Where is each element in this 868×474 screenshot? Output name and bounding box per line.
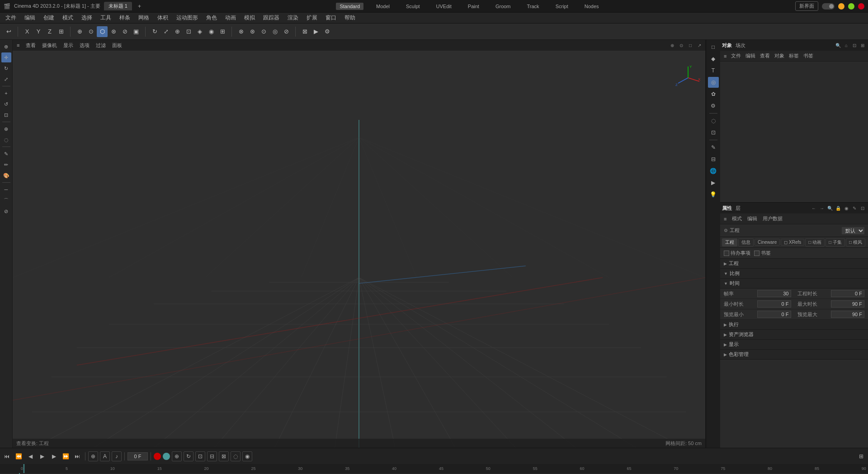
tl-extra-btn-4[interactable]: ⊟ [207,451,217,461]
left-tool-9[interactable]: ◌ [1,135,11,145]
mode-btn-3[interactable]: ⊕ [172,26,183,37]
op-link-icon[interactable]: ⊡ [851,42,858,49]
ri-btn-circle[interactable]: ◎ [708,77,719,88]
snap-btn-4[interactable]: ◎ [269,26,280,37]
viewport-filter-menu[interactable]: 过滤 [94,42,108,49]
bookmark-checkbox[interactable] [754,251,760,256]
tl-mode-btn-3[interactable]: ♪ [112,451,122,461]
menu-item-工具[interactable]: 工具 [97,13,115,23]
ri-btn-render[interactable]: ▶ [708,177,719,188]
tl-expand-btn[interactable]: ⊞ [856,451,866,461]
apt-edit[interactable]: 编辑 [745,215,759,223]
tl-next-key[interactable]: ⏩ [61,451,71,461]
active-tab[interactable]: 未标题 1 [104,2,132,10]
attr-check-bookmark[interactable]: 书签 [754,250,771,256]
attr-tab-animation[interactable]: □ 动画 [805,238,825,246]
viewport-options-menu[interactable]: 选项 [77,42,92,49]
tl-record-btn[interactable] [154,453,161,460]
vp-ctrl-1[interactable]: ⊕ [668,41,676,49]
add-tab-button[interactable]: + [136,3,143,9]
view-toggle[interactable] [822,3,835,9]
left-tool-10[interactable]: ✎ [1,149,11,159]
left-tool-14[interactable]: ⌒ [1,195,11,205]
opt-file[interactable]: 文件 [729,52,743,60]
axis-x-button[interactable]: X [22,26,33,37]
ri-btn-text[interactable]: T [708,65,719,76]
attr-tab-subset[interactable]: □ 子集 [826,238,845,246]
viewport-camera-menu[interactable]: 摄像机 [40,42,59,49]
vp-ctrl-3[interactable]: □ [686,41,694,49]
opt-bookmark[interactable]: 书签 [802,52,815,60]
workspace-btn-nodes[interactable]: Nodes [581,3,603,10]
left-tool-scale[interactable]: ⤢ [1,74,11,84]
attr-expand-icon[interactable]: ⊡ [859,204,866,212]
render-btn-2[interactable]: ▶ [311,26,321,37]
attr-tab-cineware[interactable]: Cineware [755,239,780,246]
apt-userdata[interactable]: 用户数据 [761,215,784,223]
ri-btn-object[interactable]: □ [708,42,719,52]
axis-y-button[interactable]: Y [33,26,44,37]
attr-section-asset-header[interactable]: ▶ 资产浏览器 [720,330,868,340]
viewport-menu-icon[interactable]: ≡ [14,42,22,48]
ri-btn-globe[interactable]: 🌐 [708,166,719,176]
attr-project-select[interactable]: 默认 [842,227,864,234]
op-expand-icon[interactable]: ⊞ [859,42,866,49]
maximize-button[interactable] [848,3,854,9]
op-house-icon[interactable]: ⌂ [843,42,850,49]
opt-object[interactable]: 对象 [773,52,786,60]
menu-item-网格[interactable]: 网格 [135,13,153,23]
framerate-value[interactable] [757,290,791,297]
preview-min-value[interactable] [757,311,791,318]
tl-current-frame[interactable] [127,452,148,460]
attr-nav-next[interactable]: → [818,204,826,212]
workspace-btn-track[interactable]: Track [524,3,543,10]
attr-search-icon[interactable]: 🔍 [826,204,834,212]
snap-btn-1[interactable]: ⊗ [236,26,246,37]
opt-menu[interactable]: ≡ [722,53,728,59]
apt-mode[interactable]: 模式 [730,215,744,223]
workspace-btn-uvedit[interactable]: UVEdit [433,3,455,10]
tl-prev-key[interactable]: ⏪ [14,451,24,461]
menu-item-模拟[interactable]: 模拟 [241,13,259,23]
mode-btn-6[interactable]: ◉ [206,26,217,37]
mode-btn-7[interactable]: ⊞ [217,26,228,37]
tl-extra-btn-5[interactable]: ⊠ [219,451,229,461]
attr-tab-project[interactable]: 工程 [722,238,737,246]
new-view-button[interactable]: 新界面 [795,1,818,11]
menu-item-角色[interactable]: 角色 [203,13,221,23]
left-tool-7[interactable]: ⊡ [1,110,11,120]
tl-extra-btn-1[interactable]: ⊕ [172,451,182,461]
left-tool-move[interactable]: ✛ [1,52,11,62]
tl-mode-btn-2[interactable]: A [100,451,110,461]
max-length-value[interactable] [831,300,865,308]
attr-nav-prev[interactable]: ← [810,204,817,212]
menu-item-跟踪器[interactable]: 跟踪器 [259,13,283,23]
opt-edit[interactable]: 编辑 [744,52,757,60]
menu-item-体积[interactable]: 体积 [154,13,172,23]
axis-z-button[interactable]: Z [44,26,55,37]
attr-tab-info[interactable]: 信息 [738,238,754,246]
menu-item-编辑[interactable]: 编辑 [21,13,39,23]
transform-btn-5[interactable]: ⊘ [119,26,130,37]
menu-item-样条[interactable]: 样条 [116,13,134,23]
left-tool-6[interactable]: ↺ [1,99,11,109]
menu-item-动画[interactable]: 动画 [222,13,240,23]
workspace-btn-script[interactable]: Script [552,3,572,10]
mode-btn-5[interactable]: ◈ [194,26,205,37]
ri-btn-pencil[interactable]: ✎ [708,142,719,153]
menu-item-文件[interactable]: 文件 [2,13,20,23]
menu-item-创建[interactable]: 创建 [40,13,58,23]
left-tool-8[interactable]: ⊕ [1,124,11,134]
menu-item-运动图形[interactable]: 运动图形 [173,13,202,23]
tl-extra-btn-7[interactable]: ◉ [242,451,252,461]
tl-mode-btn-1[interactable]: ⊕ [88,451,98,461]
coordinate-button[interactable]: ⊞ [56,26,66,37]
attr-section-project-header[interactable]: ▶ 工程 [720,259,868,269]
attr-panel-tab2[interactable]: 层 [736,205,741,212]
workspace-btn-model[interactable]: Model [373,3,393,10]
transform-btn-1[interactable]: ⊕ [74,26,85,37]
mode-btn-1[interactable]: ↻ [149,26,160,37]
opt-tag[interactable]: 标签 [787,52,801,60]
preview-max-value[interactable] [831,311,865,318]
ri-btn-flower[interactable]: ✿ [708,89,719,100]
